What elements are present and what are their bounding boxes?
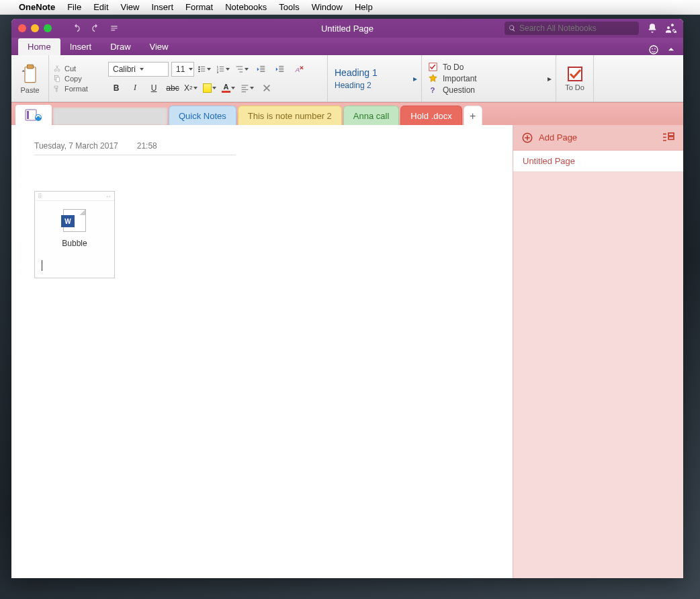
bell-icon[interactable] bbox=[647, 23, 658, 34]
mac-menu-format[interactable]: Format bbox=[185, 2, 213, 12]
mac-menu-view[interactable]: View bbox=[121, 2, 140, 12]
svg-text:3: 3 bbox=[217, 70, 219, 73]
outdent-button[interactable] bbox=[253, 62, 269, 77]
svg-point-2 bbox=[654, 48, 656, 50]
titlebar: Untitled Page bbox=[11, 19, 683, 38]
font-size-select[interactable]: 11 bbox=[171, 62, 194, 77]
strikethrough-button[interactable]: abc bbox=[165, 81, 181, 95]
search-box[interactable] bbox=[505, 22, 639, 35]
add-page-label: Add Page bbox=[539, 132, 577, 143]
cut-icon bbox=[53, 65, 61, 73]
mac-menu-help[interactable]: Help bbox=[355, 2, 373, 12]
mac-menu-window[interactable]: Window bbox=[312, 2, 343, 12]
ribbon-tab-draw[interactable]: Draw bbox=[101, 38, 140, 55]
multilevel-list-button[interactable] bbox=[234, 62, 251, 77]
minimize-button[interactable] bbox=[31, 24, 39, 32]
format-label: Format bbox=[64, 85, 88, 93]
window-controls bbox=[18, 24, 52, 32]
tag-todo[interactable]: To Do bbox=[429, 63, 549, 72]
onenote-window: Untitled Page Home Insert Draw View Past… bbox=[11, 19, 683, 578]
svg-rect-8 bbox=[56, 77, 60, 82]
svg-point-1 bbox=[652, 48, 653, 50]
font-name-select[interactable]: Calibri bbox=[108, 62, 169, 77]
font-color-button[interactable]: A bbox=[221, 81, 237, 95]
ribbon-tab-home[interactable]: Home bbox=[18, 38, 60, 55]
page-list-item[interactable]: Untitled Page bbox=[513, 151, 683, 172]
text-cursor bbox=[42, 260, 42, 271]
section-tab-quick-notes[interactable]: Quick Notes bbox=[169, 106, 236, 126]
styles-expand-icon[interactable]: ▸ bbox=[413, 74, 417, 83]
mac-menu-edit[interactable]: Edit bbox=[93, 2, 108, 12]
add-page-button[interactable]: Add Page bbox=[521, 132, 577, 144]
outdent-icon bbox=[257, 65, 266, 74]
svg-rect-18 bbox=[568, 67, 582, 81]
search-input[interactable] bbox=[519, 24, 635, 33]
tag-question[interactable]: ?Question bbox=[429, 85, 549, 95]
attachment-container[interactable]: ⠿↔ W Bubble bbox=[34, 191, 115, 278]
align-button[interactable] bbox=[240, 81, 256, 95]
italic-button[interactable]: I bbox=[127, 81, 143, 95]
indent-icon bbox=[275, 65, 285, 74]
share-icon[interactable] bbox=[666, 23, 676, 34]
subscript-button[interactable]: X2 bbox=[183, 81, 200, 95]
mac-menu-file[interactable]: File bbox=[67, 2, 81, 12]
close-button[interactable] bbox=[18, 24, 26, 32]
page-date: Tuesday, 7 March 2017 bbox=[34, 141, 118, 151]
mac-app-name[interactable]: OneNote bbox=[19, 2, 55, 12]
font-color-icon: A bbox=[222, 83, 230, 93]
add-section-button[interactable]: + bbox=[464, 106, 482, 126]
word-glyph: W bbox=[61, 215, 75, 227]
mac-menu-insert[interactable]: Insert bbox=[151, 2, 173, 12]
multilevel-icon bbox=[235, 65, 244, 74]
svg-point-6 bbox=[58, 69, 60, 71]
delete-button[interactable] bbox=[259, 81, 275, 95]
numbering-button[interactable]: 123 bbox=[216, 62, 232, 77]
ribbon-tab-insert[interactable]: Insert bbox=[60, 38, 101, 55]
svg-rect-23 bbox=[668, 132, 674, 135]
emoji-icon[interactable] bbox=[648, 44, 659, 55]
format-painter-icon bbox=[53, 85, 61, 93]
styles-group[interactable]: Heading 1 Heading 2 ▸ bbox=[328, 55, 422, 102]
cut-button[interactable]: Cut bbox=[53, 65, 99, 73]
copy-icon bbox=[53, 75, 61, 83]
format-painter-button[interactable]: Format bbox=[53, 85, 99, 93]
style-heading2[interactable]: Heading 2 bbox=[335, 81, 414, 90]
note-page[interactable]: Tuesday, 7 March 2017 21:58 ⠿↔ W Bubble bbox=[11, 125, 513, 578]
collapse-ribbon-icon[interactable] bbox=[666, 44, 676, 55]
word-file-icon[interactable]: W bbox=[63, 209, 86, 232]
section-tab-note2[interactable]: This is note number 2 bbox=[238, 106, 342, 126]
indent-button[interactable] bbox=[272, 62, 288, 77]
bold-button[interactable]: B bbox=[108, 81, 124, 95]
notebook-icon[interactable] bbox=[15, 105, 52, 125]
copy-button[interactable]: Copy bbox=[53, 75, 99, 83]
customize-qat-icon[interactable] bbox=[110, 24, 119, 33]
bullets-button[interactable] bbox=[197, 62, 213, 77]
paste-icon[interactable] bbox=[21, 63, 40, 85]
svg-point-10 bbox=[198, 68, 200, 69]
page-list-view-icon[interactable] bbox=[662, 132, 675, 143]
clear-formatting-button[interactable]: A bbox=[291, 62, 307, 77]
tag-important-label: Important bbox=[443, 74, 477, 83]
todo-group[interactable]: To Do bbox=[556, 55, 594, 102]
notebook-name-blurred[interactable] bbox=[53, 108, 167, 125]
delete-icon bbox=[262, 83, 271, 93]
section-tab-hold-docx[interactable]: Hold .docx bbox=[400, 106, 462, 126]
highlight-button[interactable] bbox=[202, 81, 218, 95]
zoom-button[interactable] bbox=[44, 24, 52, 32]
attachment-name: Bubble bbox=[62, 239, 87, 248]
underline-button[interactable]: U bbox=[146, 81, 162, 95]
attachment-handle[interactable]: ⠿↔ bbox=[35, 192, 114, 201]
star-icon bbox=[429, 74, 437, 83]
ribbon-tab-view[interactable]: View bbox=[140, 38, 178, 55]
mac-menu-notebooks[interactable]: Notebooks bbox=[225, 2, 267, 12]
mac-menu-tools[interactable]: Tools bbox=[279, 2, 299, 12]
svg-point-9 bbox=[198, 66, 200, 67]
svg-text:A: A bbox=[295, 65, 300, 73]
undo-icon[interactable] bbox=[72, 24, 81, 33]
section-tab-anna-call[interactable]: Anna call bbox=[343, 106, 399, 126]
style-heading1[interactable]: Heading 1 bbox=[335, 67, 414, 78]
tag-important[interactable]: Important bbox=[429, 74, 549, 83]
tags-group: To Do Important ?Question ▸ bbox=[422, 55, 556, 102]
redo-icon[interactable] bbox=[91, 24, 100, 33]
tags-expand-icon[interactable]: ▸ bbox=[548, 74, 552, 83]
